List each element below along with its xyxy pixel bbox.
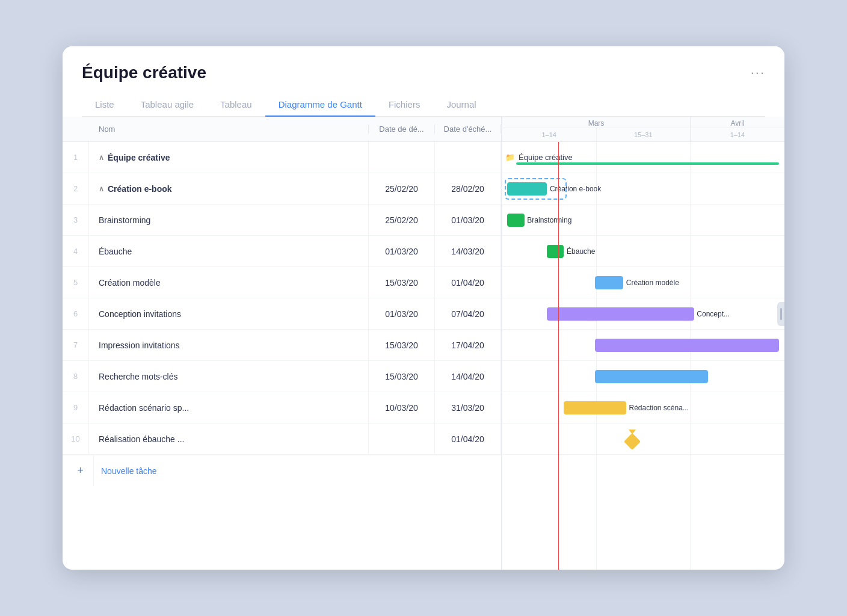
col-header-name: Nom (89, 125, 369, 134)
gantt-row-7 (502, 330, 784, 361)
row-end-date: 28/02/20 (435, 173, 501, 204)
page-title: Équipe créative (82, 63, 206, 82)
gantt-bar-creation-ebook[interactable] (507, 182, 547, 196)
row-end-date: 17/04/20 (435, 330, 501, 360)
gantt-bar-brainstorming[interactable] (507, 214, 524, 227)
gantt-row-3: Brainstorming (502, 205, 784, 236)
row-end-date (435, 142, 501, 173)
row-number: 2 (63, 173, 89, 204)
tab-tableau[interactable]: Tableau (207, 93, 265, 117)
gantt-bar-redaction[interactable] (564, 401, 626, 414)
gantt-bar-label-brainstorming: Brainstorming (527, 214, 571, 227)
gantt-row-1: 📁 Équipe créative (502, 142, 784, 173)
table-row[interactable]: 4 Ébauche 01/03/20 14/03/20 (63, 236, 501, 267)
tab-gantt[interactable]: Diagramme de Gantt (265, 93, 375, 117)
group-label-text: Équipe créative (519, 153, 573, 162)
milestone-arrow (629, 430, 636, 434)
gantt-bar-label-creation-ebook: Création e-book (550, 182, 601, 196)
row-end-date: 01/03/20 (435, 205, 501, 235)
gantt-row-5: Création modèle (502, 267, 784, 298)
gantt-body: 📁 Équipe créative Création e-book (502, 142, 784, 570)
row-start-date: 15/03/20 (369, 361, 435, 392)
row-name: Création modèle (89, 267, 369, 298)
table-row[interactable]: 10 Réalisation ébauche ... 01/04/20 (63, 424, 501, 455)
table-row[interactable]: 2 ∧ Création e-book 25/02/20 28/02/20 (63, 173, 501, 205)
row-name: Rédaction scénario sp... (89, 392, 369, 423)
gantt-bar-recherche[interactable] (595, 370, 708, 383)
chevron-icon: ∧ (99, 153, 104, 162)
gantt-row-4: Ébauche (502, 236, 784, 267)
gantt-bar-label-creation-modele: Création modèle (626, 276, 679, 289)
new-task-row: + Nouvelle tâche (63, 455, 501, 486)
row-number: 1 (63, 142, 89, 173)
row-name: Brainstorming (89, 205, 369, 235)
gantt-group-label: 📁 Équipe créative (505, 153, 573, 162)
chevron-icon: ∧ (99, 185, 104, 193)
header: Équipe créative ··· Liste Tableau agile … (63, 46, 784, 117)
row-name: ∧ Création e-book (89, 173, 369, 204)
gantt-row-9: Rédaction scéna... (502, 392, 784, 424)
tab-journal[interactable]: Journal (433, 93, 489, 117)
row-name: Réalisation ébauche ... (89, 424, 369, 454)
table-row[interactable]: 7 Impression invitations 15/03/20 17/04/… (63, 330, 501, 361)
table-row[interactable]: 1 ∧ Équipe créative (63, 142, 501, 173)
row-start-date: 25/02/20 (369, 173, 435, 204)
row-start-date (369, 142, 435, 173)
gantt-bar-creation-modele[interactable] (595, 276, 623, 289)
table-row[interactable]: 5 Création modèle 15/03/20 01/04/20 (63, 267, 501, 298)
gantt-group-bar (516, 162, 779, 165)
row-start-date: 15/03/20 (369, 330, 435, 360)
row-number: + (67, 455, 94, 486)
new-task-button[interactable]: Nouvelle tâche (94, 463, 164, 479)
gantt-bar-impression[interactable] (595, 339, 779, 352)
table-row[interactable]: 8 Recherche mots-clés 15/03/20 14/04/20 (63, 361, 501, 392)
row-number: 5 (63, 267, 89, 298)
col-header-end: Date d'éché... (435, 125, 501, 134)
row-name: Ébauche (89, 236, 369, 266)
gantt-periods-row: Mars 1–14 15–31 Avril 1–14 (502, 117, 784, 141)
content-area: Nom Date de dé... Date d'éché... 1 ∧ Équ… (63, 117, 784, 570)
row-number: 9 (63, 392, 89, 423)
row-number: 6 (63, 298, 89, 329)
row-number: 3 (63, 205, 89, 235)
row-number: 7 (63, 330, 89, 360)
row-end-date: 14/04/20 (435, 361, 501, 392)
row-number: 4 (63, 236, 89, 266)
gantt-bar-conception[interactable] (547, 307, 694, 321)
tab-fichiers[interactable]: Fichiers (375, 93, 434, 117)
table-header: Nom Date de dé... Date d'éché... (63, 117, 501, 142)
row-name: ∧ Équipe créative (89, 142, 369, 173)
row-name: Recherche mots-clés (89, 361, 369, 392)
main-window: Équipe créative ··· Liste Tableau agile … (63, 46, 784, 570)
gantt-bar-label-ebauche: Ébauche (567, 245, 595, 258)
row-end-date: 14/03/20 (435, 236, 501, 266)
tab-tableau-agile[interactable]: Tableau agile (128, 93, 207, 117)
mars-periods: 1–14 15–31 (502, 128, 690, 141)
row-number: 8 (63, 361, 89, 392)
table-row[interactable]: 3 Brainstorming 25/02/20 01/03/20 (63, 205, 501, 236)
more-options-button[interactable]: ··· (751, 65, 765, 81)
gantt-bar-label-redaction: Rédaction scéna... (629, 401, 689, 414)
gantt-month-avril: Avril 1–14 (690, 117, 784, 141)
tab-liste[interactable]: Liste (82, 93, 128, 117)
month-label-avril: Avril (691, 117, 784, 128)
row-start-date: 10/03/20 (369, 392, 435, 423)
period-avril-1: 1–14 (691, 128, 784, 141)
period-mars-1: 1–14 (502, 128, 597, 141)
table-row[interactable]: 9 Rédaction scénario sp... 10/03/20 31/0… (63, 392, 501, 424)
task-table: Nom Date de dé... Date d'éché... 1 ∧ Équ… (63, 117, 502, 570)
scroll-handle[interactable] (777, 302, 784, 326)
gantt-row-2: Création e-book (502, 173, 784, 205)
row-start-date (369, 424, 435, 454)
scroll-handle-inner (780, 308, 782, 320)
gantt-row-10 (502, 424, 784, 455)
gantt-bar-ebauche[interactable] (547, 245, 564, 258)
row-number: 10 (63, 424, 89, 454)
table-row[interactable]: 6 Conception invitations 01/03/20 07/04/… (63, 298, 501, 330)
gantt-header: Mars 1–14 15–31 Avril 1–14 (502, 117, 784, 142)
row-end-date: 07/04/20 (435, 298, 501, 329)
gantt-rows: 📁 Équipe créative Création e-book (502, 142, 784, 570)
row-start-date: 15/03/20 (369, 267, 435, 298)
gantt-bar-label-conception: Concept... (697, 307, 730, 321)
add-icon: + (77, 464, 84, 477)
